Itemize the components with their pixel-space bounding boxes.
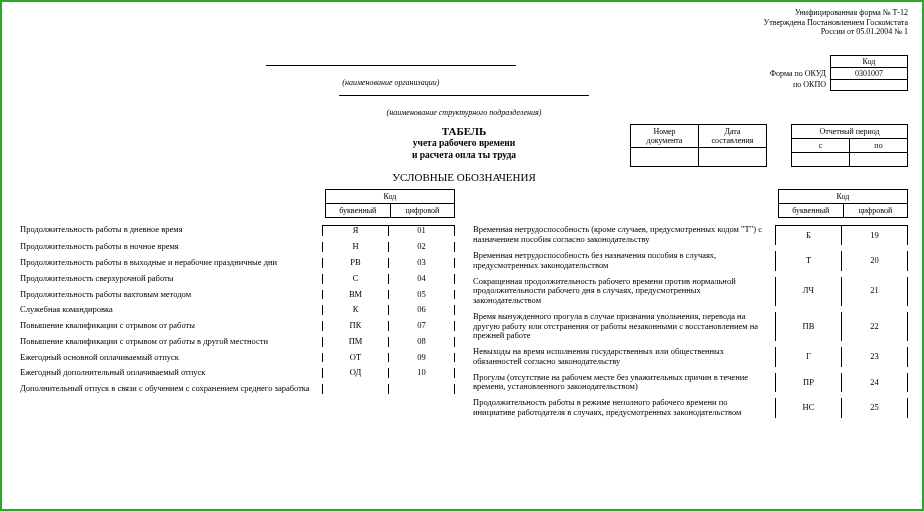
legend-numeric-code: 07 — [388, 321, 455, 331]
legend-numeric-code: 10 — [388, 368, 455, 378]
legend-desc: Дополнительный отпуск в связи с обучение… — [20, 384, 322, 394]
legend-row: Прогулы (отсутствие на рабочем месте без… — [473, 370, 908, 396]
legend-row: Время вынужденного прогула в случае приз… — [473, 309, 908, 344]
legend-desc: Временная нетрудоспособность без назначе… — [473, 251, 775, 271]
section-title: УСЛОВНЫЕ ОБОЗНАЧЕНИЯ — [20, 171, 908, 183]
legend-row: Повышение квалификации с отрывом от рабо… — [20, 318, 455, 334]
legend-letter-code: ПМ — [322, 337, 388, 347]
okud-value: 0301007 — [831, 67, 908, 79]
legend-desc: Служебная командировка — [20, 305, 322, 315]
legend-row: Продолжительность работы в режиме неполн… — [473, 395, 908, 421]
code-block: Код Форма по ОКУД0301007 по ОКПО — [762, 55, 908, 91]
form-line: Унифицированная форма № Т-12 — [20, 8, 908, 18]
legend-letter-code: С — [322, 274, 388, 284]
legend-letter-code: НС — [775, 398, 841, 418]
period-to-cell — [850, 153, 908, 167]
country-date: России от 05.01.2004 № 1 — [20, 27, 908, 37]
legend-row: Временная нетрудоспособность (кроме случ… — [473, 222, 908, 248]
legend-letter-code: РВ — [322, 258, 388, 268]
legend-numeric-code: 03 — [388, 258, 455, 268]
legend-desc: Продолжительность работы в выходные и не… — [20, 258, 322, 268]
legend-letter-code: ПР — [775, 373, 841, 393]
legend-numeric-code: 25 — [841, 398, 908, 418]
legend-desc: Сокращенная продолжительность рабочего в… — [473, 277, 775, 306]
legend-desc: Продолжительность работы вахтовым методо… — [20, 290, 322, 300]
legend-row: Продолжительность работы в ночное времяН… — [20, 239, 455, 255]
legend-row: Сокращенная продолжительность рабочего в… — [473, 274, 908, 309]
legend-columns: Код буквенный цифровой Продолжительность… — [20, 189, 908, 420]
document-frame: { "meta": { "form_line": "Унифицированна… — [0, 0, 924, 511]
approved-line: Утверждена Постановлением Госкомстата — [20, 18, 908, 28]
legend-desc: Ежегодный дополнительный оплачиваемый от… — [20, 368, 322, 378]
legend-left-col: Код буквенный цифровой Продолжительность… — [20, 189, 455, 420]
period-to-label: по — [850, 139, 908, 153]
legend-row: Ежегодный основной оплачиваемый отпускОТ… — [20, 350, 455, 366]
legend-numeric-code: 20 — [841, 251, 908, 271]
legend-desc: Временная нетрудоспособность (кроме случ… — [473, 225, 775, 245]
legend-numeric-code: 05 — [388, 290, 455, 300]
doc-date-cell — [699, 148, 767, 167]
legend-letter-code: Т — [775, 251, 841, 271]
legend-letter-code: ВМ — [322, 290, 388, 300]
legend-row: Ежегодный дополнительный оплачиваемый от… — [20, 365, 455, 381]
period-from-label: с — [792, 139, 850, 153]
legend-letter-code: ЛЧ — [775, 277, 841, 306]
legend-numeric-code: 23 — [841, 347, 908, 367]
okpo-label: по ОКПО — [762, 79, 831, 90]
period-label: Отчетный период — [792, 125, 908, 139]
legend-letter-code: Б — [775, 225, 841, 245]
legend-letter-code: ПВ — [775, 312, 841, 341]
legend-letter-code: ОТ — [322, 353, 388, 363]
okpo-value — [831, 79, 908, 90]
legend-numeric-code: 19 — [841, 225, 908, 245]
legend-desc: Продолжительность работы в дневное время — [20, 225, 322, 235]
legend-desc: Продолжительность работы в режиме неполн… — [473, 398, 775, 418]
doc-date-label: Дата составления — [699, 125, 767, 148]
legend-row: Дополнительный отпуск в связи с обучение… — [20, 381, 455, 397]
legend-numeric-code: 01 — [388, 225, 455, 236]
legend-header-right: Код буквенный цифровой — [778, 189, 908, 218]
doc-num-cell — [631, 148, 699, 167]
form-meta: Унифицированная форма № Т-12 Утверждена … — [20, 8, 908, 37]
legend-desc: Прогулы (отсутствие на рабочем месте без… — [473, 373, 775, 393]
legend-letter-code: Г — [775, 347, 841, 367]
legend-row: Служебная командировкаК06 — [20, 302, 455, 318]
legend-letter-code: ПК — [322, 321, 388, 331]
code-header: Код — [831, 55, 908, 67]
legend-header-left: Код буквенный цифровой — [325, 189, 455, 218]
legend-row: Продолжительность работы вахтовым методо… — [20, 287, 455, 303]
legend-letter-code: ОД — [322, 368, 388, 378]
legend-desc: Продолжительность работы в ночное время — [20, 242, 322, 252]
legend-row: Повышение квалификации с отрывом от рабо… — [20, 334, 455, 350]
doc-period-block: Номер документа Дата составления Отчетны… — [630, 124, 908, 167]
legend-desc: Повышение квалификации с отрывом от рабо… — [20, 337, 322, 347]
legend-numeric-code: 21 — [841, 277, 908, 306]
okud-label: Форма по ОКУД — [762, 67, 831, 79]
legend-desc: Невыходы на время исполнения государстве… — [473, 347, 775, 367]
legend-letter-code: Н — [322, 242, 388, 252]
legend-numeric-code: 09 — [388, 353, 455, 363]
legend-row: Продолжительность сверхурочной работыС04 — [20, 271, 455, 287]
legend-row: Временная нетрудоспособность без назначе… — [473, 248, 908, 274]
org-caption: (наименование организации) — [342, 78, 439, 87]
legend-desc: Повышение квалификации с отрывом от рабо… — [20, 321, 322, 331]
legend-desc: Время вынужденного прогула в случае приз… — [473, 312, 775, 341]
legend-numeric-code: 06 — [388, 305, 455, 315]
unit-caption: (наименование структурного подразделения… — [387, 108, 542, 117]
legend-numeric-code: 24 — [841, 373, 908, 393]
legend-letter-code — [322, 384, 388, 394]
legend-row: Продолжительность работы в дневное время… — [20, 222, 455, 239]
legend-right-col: Код буквенный цифровой Временная нетрудо… — [473, 189, 908, 420]
legend-numeric-code: 08 — [388, 337, 455, 347]
legend-numeric-code: 22 — [841, 312, 908, 341]
legend-letter-code: К — [322, 305, 388, 315]
legend-numeric-code: 04 — [388, 274, 455, 284]
legend-numeric-code: 02 — [388, 242, 455, 252]
legend-letter-code: Я — [322, 225, 388, 236]
legend-desc: Продолжительность сверхурочной работы — [20, 274, 322, 284]
legend-row: Продолжительность работы в выходные и не… — [20, 255, 455, 271]
legend-desc: Ежегодный основной оплачиваемый отпуск — [20, 353, 322, 363]
legend-row: Невыходы на время исполнения государстве… — [473, 344, 908, 370]
doc-num-label: Номер документа — [631, 125, 699, 148]
period-from-cell — [792, 153, 850, 167]
